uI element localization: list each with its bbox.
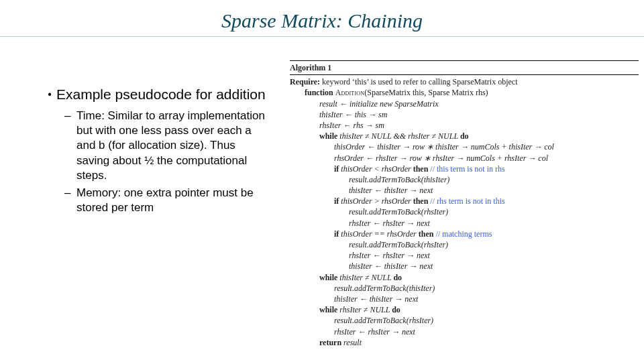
sub-bullet-memory: – Memory: one extra pointer must be stor… — [64, 186, 271, 215]
bullet-icon: • — [43, 86, 56, 103]
line-add-this-2: result.addTermToBack(thisIter) — [290, 283, 639, 294]
cond-tail-rhs: rhsIter ≠ NULL — [337, 305, 392, 314]
then-keyword: then — [419, 229, 434, 239]
then-keyword: then — [413, 196, 429, 206]
require-keyword: Require: — [290, 77, 320, 86]
title-underline — [0, 36, 644, 37]
algorithm-body: Require: keyword ‘this’ is used to refer… — [290, 76, 639, 348]
return-keyword: return — [319, 338, 341, 347]
line-add-this-1: result.addTermToBack(thisIter) — [290, 174, 639, 185]
function-name: Addition — [335, 88, 365, 97]
bullet-text: Example pseudocode for addition — [56, 86, 266, 103]
while-keyword: while — [319, 273, 337, 282]
sub-bullets: – Time: Similar to array implementation … — [64, 109, 271, 215]
then-keyword: then — [413, 164, 429, 174]
comment-lt: // this term is not in rhs — [430, 164, 504, 174]
bullet-main: • Example pseudocode for addition — [43, 86, 271, 103]
return-value: result — [343, 338, 362, 347]
while-keyword: while — [319, 305, 337, 314]
line-next-rhs-3: rhsIter ← rhsIter → next — [290, 326, 639, 337]
comment-gt: // rhs term is not in this — [430, 196, 504, 206]
cond-gt: thisOrder > rhsOrder — [339, 196, 413, 206]
require-text: keyword ‘this’ is used to refer to calli… — [320, 77, 517, 86]
dash-icon: – — [64, 109, 76, 123]
algorithm-box: Algorithm 1 Require: keyword ‘this’ is u… — [290, 60, 639, 348]
body-left: • Example pseudocode for addition – Time… — [43, 86, 271, 218]
function-keyword: function — [305, 88, 333, 97]
line-add-rhs-2: result.addTermToBack(rhsIter) — [290, 239, 639, 250]
line-next-this-1: thisIter ← thisIter → next — [290, 185, 639, 196]
algorithm-label: Algorithm 1 — [290, 63, 331, 72]
algorithm-caption: Algorithm 1 — [290, 62, 639, 73]
sub-bullet-time: – Time: Similar to array implementation … — [64, 109, 271, 182]
while-keyword: while — [319, 131, 337, 141]
slide-title: Sparse Matrix: Chaining — [0, 9, 644, 32]
do-keyword: do — [460, 131, 469, 141]
do-keyword: do — [392, 305, 400, 314]
dash-icon: – — [64, 186, 76, 200]
line-next-this-2: thisIter ← thisIter → next — [290, 261, 639, 272]
cond-eq: thisOrder == rhsOrder — [339, 229, 418, 239]
line-thisiter-init: thisIter ← this → sm — [290, 109, 639, 120]
line-rhsorder: rhsOrder ← rhsIter → row ∗ rhsIter → num… — [290, 153, 639, 164]
while-cond-main: thisIter ≠ NULL && rhsIter ≠ NULL — [337, 131, 460, 141]
line-next-rhs-2: rhsIter ← rhsIter → next — [290, 250, 639, 261]
cond-lt: thisOrder < rhsOrder — [339, 164, 413, 174]
sub-bullet-time-text: Time: Similar to array implementation bu… — [76, 109, 271, 182]
line-result-init: result ← initialize new SparseMatrix — [290, 99, 639, 109]
do-keyword: do — [393, 273, 402, 282]
line-add-rhs-1: result.addTermToBack(rhsIter) — [290, 206, 639, 217]
function-args: (SparseMatrix this, Sparse Matrix rhs) — [364, 88, 488, 97]
line-next-this-3: thisIter ← thisIter → next — [290, 294, 639, 304]
line-add-rhs-3: result.addTermToBack(rhsIter) — [290, 315, 639, 326]
line-rhsiter-init: rhsIter ← rhs → sm — [290, 120, 639, 131]
slide: Sparse Matrix: Chaining • Example pseudo… — [0, 0, 644, 362]
line-thisorder: thisOrder ← thisIter → row ∗ thisIter → … — [290, 141, 639, 152]
line-next-rhs-1: rhsIter ← rhsIter → next — [290, 218, 639, 229]
sub-bullet-memory-text: Memory: one extra pointer must be stored… — [76, 186, 271, 215]
cond-tail-this: thisIter ≠ NULL — [337, 273, 393, 282]
comment-eq: // matching terms — [435, 229, 492, 239]
